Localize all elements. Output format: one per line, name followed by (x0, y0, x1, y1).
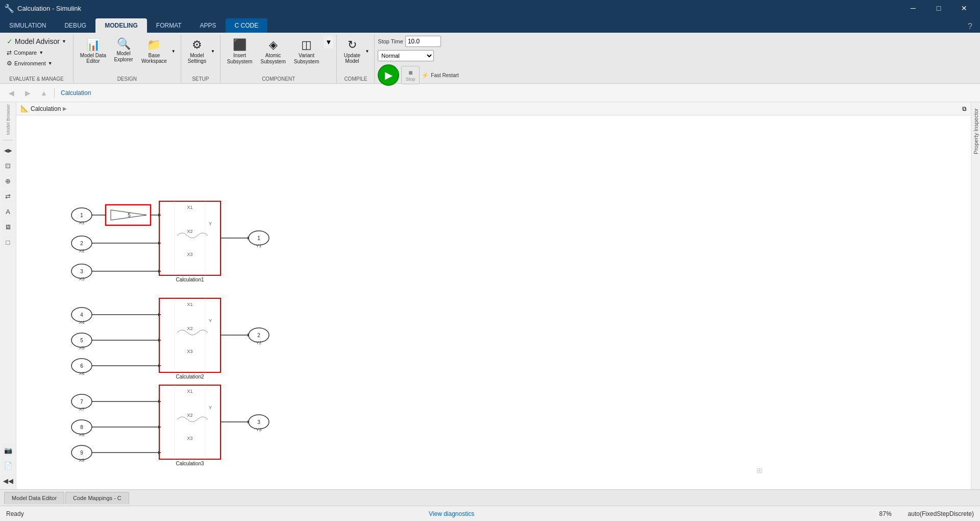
minimize-button[interactable]: ─ (901, 0, 925, 16)
run-button[interactable]: ▶ (378, 64, 399, 86)
environment-button[interactable]: ⚙ Environment ▼ (3, 58, 56, 68)
bottom-tab-code-mappings[interactable]: Code Mappings - C (65, 492, 129, 504)
simulation-mode-select[interactable]: Normal Accelerator Rapid Accelerator Ext… (378, 50, 434, 61)
ribbon: ✓ Model Advisor ▼ ⇄ Compare ▼ ⚙ Envi (0, 33, 980, 84)
stop-time-input[interactable] (405, 36, 441, 47)
svg-text:X2: X2 (187, 229, 192, 234)
design-label: DESIGN (77, 75, 178, 83)
stop-button[interactable]: ■ Stop (401, 66, 420, 84)
tab-ccode[interactable]: C CODE (226, 18, 268, 33)
breadcrumb-item[interactable]: Calculation (61, 89, 91, 97)
svg-text:Y3: Y3 (256, 427, 261, 432)
insert-subsystem-icon: ⬛ (233, 38, 247, 52)
sidebar-doc[interactable]: 📄 (2, 459, 15, 472)
component-dropdown[interactable]: ▼ (324, 36, 333, 49)
lightning-icon: ⚡ (422, 72, 429, 79)
calc3-block[interactable] (159, 385, 220, 459)
insert-subsystem-button[interactable]: ⬛ InsertSubsystem (224, 36, 256, 67)
bottom-tab-model-data-editor[interactable]: Model Data Editor (4, 492, 64, 504)
model-settings-dropdown[interactable]: ▼ (209, 36, 217, 66)
evaluate-manage-label: EVALUATE & MANAGE (3, 75, 70, 83)
svg-text:Y: Y (209, 318, 212, 323)
ribbon-group-evaluate: ✓ Model Advisor ▼ ⇄ Compare ▼ ⚙ Envi (0, 35, 74, 83)
update-icon: ↻ (348, 38, 357, 52)
model-advisor-button[interactable]: ✓ Model Advisor ▼ (3, 36, 70, 47)
update-model-button[interactable]: ↻ UpdateModel (340, 36, 363, 66)
simulink-icon: 🔧 (4, 4, 14, 13)
update-model-dropdown[interactable]: ▼ (363, 36, 371, 66)
maximize-button[interactable]: □ (927, 0, 950, 16)
tab-apps[interactable]: APPS (191, 18, 226, 33)
model-data-editor-button[interactable]: 📊 Model DataEditor (77, 36, 109, 66)
svg-text:X6: X6 (79, 371, 84, 376)
forward-button[interactable]: ▶ (20, 86, 35, 100)
svg-text:1: 1 (257, 235, 260, 241)
canvas-model-icon: 📐 (20, 105, 29, 112)
svg-text:8: 8 (80, 424, 83, 430)
base-workspace-button[interactable]: 📁 BaseWorkspace (138, 36, 170, 66)
diagram-canvas[interactable]: 1 X1 2 X2 3 X3 5 X1 X2 X3 Y (16, 115, 971, 489)
sidebar-camera[interactable]: 📷 (2, 443, 15, 457)
svg-text:3: 3 (80, 269, 83, 274)
svg-text:Calculation2: Calculation2 (176, 374, 204, 380)
explorer-icon: 🔍 (117, 38, 131, 50)
stop-icon: ■ (408, 68, 412, 77)
canvas-model-name[interactable]: Calculation (31, 105, 61, 112)
solver-info: auto(FixedStepDiscrete) (908, 510, 974, 517)
view-diagnostics-link[interactable]: View diagnostics (429, 510, 474, 517)
tab-debug[interactable]: DEBUG (55, 18, 95, 33)
sidebar-signals[interactable]: ⇄ (2, 190, 15, 203)
svg-text:X2: X2 (187, 413, 192, 418)
dropdown-arrow-icon: ▼ (62, 39, 66, 44)
sidebar-zoom-fit[interactable]: ⊡ (2, 159, 15, 172)
svg-text:1: 1 (80, 212, 83, 218)
canvas-expand-button[interactable]: ⧉ (962, 105, 967, 112)
breadcrumb: Calculation (58, 89, 94, 97)
tab-format[interactable]: FORMAT (147, 18, 191, 33)
svg-text:X7: X7 (79, 407, 84, 412)
svg-text:Y2: Y2 (256, 340, 261, 345)
base-workspace-dropdown[interactable]: ▼ (170, 36, 178, 66)
sidebar-image[interactable]: 🖼 (2, 220, 15, 233)
ribbon-group-component: ⬛ InsertSubsystem ◈ AtomicSubsystem ◫ Va… (220, 35, 337, 83)
svg-text:X3: X3 (187, 252, 192, 257)
atomic-subsystem-button[interactable]: ◈ AtomicSubsystem (257, 36, 289, 67)
calc2-block[interactable] (159, 298, 220, 372)
atomic-icon: ◈ (269, 38, 278, 52)
up-button[interactable]: ▲ (37, 86, 51, 100)
stop-time-label: Stop Time (378, 38, 403, 44)
tab-modeling[interactable]: MODELING (95, 18, 147, 33)
status-ready: Ready (6, 510, 24, 517)
svg-text:X9: X9 (79, 458, 84, 463)
sidebar-annotation[interactable]: A (2, 205, 15, 218)
model-explorer-button[interactable]: 🔍 ModelExplorer (110, 36, 137, 65)
help-button[interactable]: ? (964, 20, 976, 33)
close-button[interactable]: ✕ (952, 0, 976, 16)
resize-handle: ⊞ (756, 466, 763, 475)
sidebar-box[interactable]: □ (2, 235, 15, 249)
svg-text:X2: X2 (187, 326, 192, 331)
canvas-header: 📐 Calculation ▶ ⧉ (16, 102, 971, 115)
statusbar: Ready View diagnostics 87% auto(FixedSte… (0, 506, 980, 521)
sidebar-collapse[interactable]: ◀◀ (2, 474, 15, 487)
compare-button[interactable]: ⇄ Compare ▼ (3, 48, 47, 58)
tab-simulation[interactable]: SIMULATION (0, 18, 55, 33)
svg-text:2: 2 (80, 241, 83, 246)
svg-text:Calculation3: Calculation3 (176, 461, 204, 466)
svg-text:X1: X1 (187, 389, 192, 394)
settings-icon: ⚙ (192, 38, 202, 52)
svg-text:4: 4 (80, 312, 83, 318)
update-model-split: ↻ UpdateModel ▼ (340, 36, 371, 66)
calc1-block[interactable] (159, 201, 220, 275)
model-settings-button[interactable]: ⚙ ModelSettings (184, 36, 209, 66)
sidebar-expand-button[interactable]: ◀▶ (2, 144, 15, 157)
sidebar-sep1 (3, 140, 13, 140)
back-button[interactable]: ◀ (4, 86, 18, 100)
variant-subsystem-button[interactable]: ◫ VariantSubsystem (290, 36, 323, 67)
sidebar-zoom-in[interactable]: ⊕ (2, 174, 15, 187)
check-icon: ✓ (7, 37, 13, 45)
right-sidebar: Property Inspector (971, 102, 980, 489)
property-inspector-label[interactable]: Property Inspector (973, 108, 979, 154)
toolbar-separator (54, 88, 55, 98)
svg-text:X5: X5 (79, 345, 84, 350)
